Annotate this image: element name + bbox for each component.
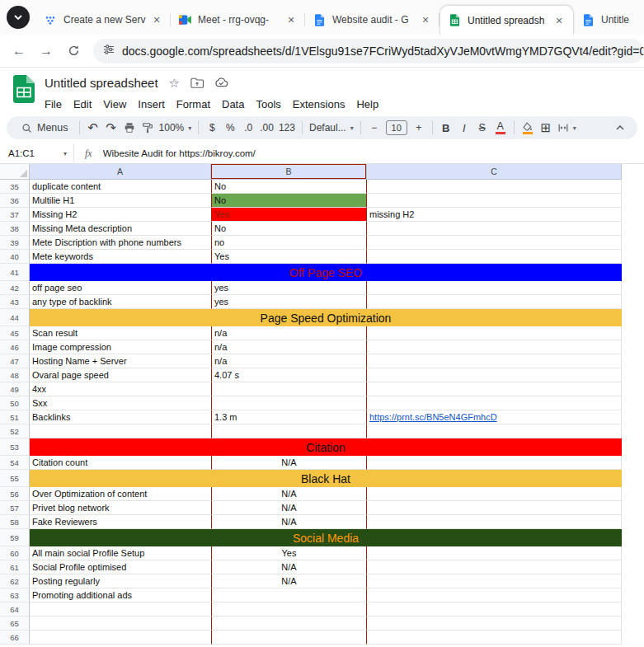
cell-A58[interactable]: Fake Reviewers [30, 515, 211, 529]
format-percent-button[interactable]: % [221, 118, 239, 138]
site-settings-icon[interactable] [103, 44, 115, 59]
menus-button[interactable]: Menus [15, 118, 75, 138]
menu-tools[interactable]: Tools [250, 96, 286, 112]
row-header-36[interactable]: 36 [0, 194, 30, 208]
row-header-45[interactable]: 45 [0, 326, 30, 340]
menu-help[interactable]: Help [350, 96, 384, 112]
merged-cell-41[interactable]: Off Page SEO [30, 264, 622, 281]
cell-A35[interactable]: duplicate content [30, 180, 211, 194]
cell-B45[interactable]: n/a [211, 326, 367, 340]
cell-B46[interactable]: n/a [211, 340, 367, 354]
row-header-42[interactable]: 42 [0, 281, 30, 295]
cell-C65[interactable] [367, 617, 622, 631]
merged-cell-55[interactable]: Black Hat [30, 470, 622, 487]
cell-C35[interactable] [367, 180, 622, 194]
menu-view[interactable]: View [97, 96, 132, 112]
cell-C46[interactable] [367, 340, 622, 354]
row-header-39[interactable]: 39 [0, 236, 30, 250]
cell-A42[interactable]: off page seo [30, 281, 211, 295]
tab-close-icon[interactable]: × [419, 13, 432, 26]
reload-button[interactable] [63, 40, 84, 62]
menu-edit[interactable]: Edit [68, 96, 97, 112]
cell-A49[interactable]: 4xx [30, 382, 211, 396]
cell-C38[interactable] [367, 222, 622, 236]
tab-close-icon[interactable]: × [284, 13, 298, 26]
sheets-logo-icon[interactable] [13, 71, 35, 112]
format-currency-button[interactable]: $ [203, 118, 221, 138]
cell-A47[interactable]: Hosting Name + Server [30, 354, 211, 368]
select-all-corner[interactable] [0, 164, 30, 180]
cell-B40[interactable]: Yes [211, 250, 367, 264]
cell-A66[interactable] [30, 631, 211, 645]
cell-A57[interactable]: Privet blog network [30, 501, 211, 515]
browser-tab[interactable]: Untitled spreadsh× [440, 5, 574, 35]
row-header-63[interactable]: 63 [0, 588, 30, 602]
cell-B52[interactable] [211, 424, 367, 438]
row-header-38[interactable]: 38 [0, 222, 30, 236]
cell-B62[interactable]: N/A [211, 574, 367, 588]
url-bar[interactable]: docs.google.com/spreadsheets/d/1VElsgu91… [93, 39, 644, 63]
menu-file[interactable]: File [39, 96, 68, 112]
paint-format-button[interactable] [139, 118, 157, 138]
cell-B47[interactable]: n/a [211, 354, 367, 368]
cell-B39[interactable]: no [211, 236, 367, 250]
menu-extensions[interactable]: Extensions [287, 96, 351, 112]
cell-B43[interactable]: yes [211, 295, 367, 309]
bold-button[interactable]: B [437, 118, 455, 138]
menu-data[interactable]: Data [216, 96, 250, 112]
row-header-35[interactable]: 35 [0, 180, 30, 194]
print-button[interactable] [120, 118, 139, 138]
merged-cell-44[interactable]: Page Speed Optimization [30, 309, 622, 326]
cell-A36[interactable]: Multilie H1 [30, 194, 211, 208]
cell-B35[interactable]: No [211, 180, 367, 194]
name-box[interactable]: A1:C1 ▾ [8, 143, 74, 163]
cell-C52[interactable] [367, 424, 622, 438]
cell-B60[interactable]: Yes [211, 546, 367, 560]
cell-C39[interactable] [367, 236, 622, 250]
cell-B48[interactable]: 4.07 s [211, 368, 367, 382]
cell-C40[interactable] [367, 250, 622, 264]
row-header-49[interactable]: 49 [0, 382, 30, 396]
row-header-43[interactable]: 43 [0, 295, 30, 309]
cell-A48[interactable]: Ovaral page speed [30, 368, 211, 382]
cell-A60[interactable]: All main social Profile Setup [30, 546, 211, 560]
cell-C66[interactable] [367, 631, 622, 645]
increase-font-size-button[interactable]: + [410, 118, 428, 138]
browser-tab[interactable]: Create a new Serv× [36, 5, 171, 35]
merge-cells-button[interactable]: ▾ [555, 118, 579, 138]
cell-A64[interactable] [30, 602, 211, 617]
row-header-53[interactable]: 53 [0, 438, 30, 456]
row-header-56[interactable]: 56 [0, 487, 30, 501]
row-header-54[interactable]: 54 [0, 456, 30, 470]
cell-C49[interactable] [367, 382, 622, 396]
row-header-46[interactable]: 46 [0, 340, 30, 354]
merged-cell-59[interactable]: Social Media [30, 529, 622, 546]
menu-format[interactable]: Format [171, 96, 216, 112]
font-family-select[interactable]: Defaul... ▾ [307, 118, 356, 138]
row-header-57[interactable]: 57 [0, 501, 30, 515]
cell-C45[interactable] [367, 326, 622, 340]
cell-A65[interactable] [30, 617, 211, 631]
cell-B56[interactable]: N/A [211, 487, 367, 501]
more-formats-button[interactable]: 123 [276, 118, 298, 138]
row-header-52[interactable]: 52 [0, 424, 30, 438]
cell-C62[interactable] [367, 574, 622, 588]
cell-C51[interactable]: https://prnt.sc/BN5eN4GFmhcD [367, 410, 622, 424]
cell-B42[interactable]: yes [211, 281, 367, 295]
cell-B64[interactable] [211, 602, 367, 617]
row-header-37[interactable]: 37 [0, 208, 30, 222]
star-icon[interactable]: ☆ [169, 77, 180, 89]
row-header-55[interactable]: 55 [0, 470, 30, 487]
cell-A61[interactable]: Social Profile optimised [30, 560, 211, 574]
cell-A46[interactable]: Image compression [30, 340, 211, 354]
cell-A52[interactable] [30, 424, 211, 438]
cell-C60[interactable] [367, 546, 622, 560]
row-header-61[interactable]: 61 [0, 560, 30, 574]
row-header-59[interactable]: 59 [0, 529, 30, 546]
cell-B66[interactable] [211, 631, 367, 645]
row-header-64[interactable]: 64 [0, 602, 30, 617]
cell-C36[interactable] [367, 194, 622, 208]
row-header-51[interactable]: 51 [0, 410, 30, 424]
row-header-62[interactable]: 62 [0, 574, 30, 588]
font-size-input[interactable]: 10 [386, 120, 407, 135]
